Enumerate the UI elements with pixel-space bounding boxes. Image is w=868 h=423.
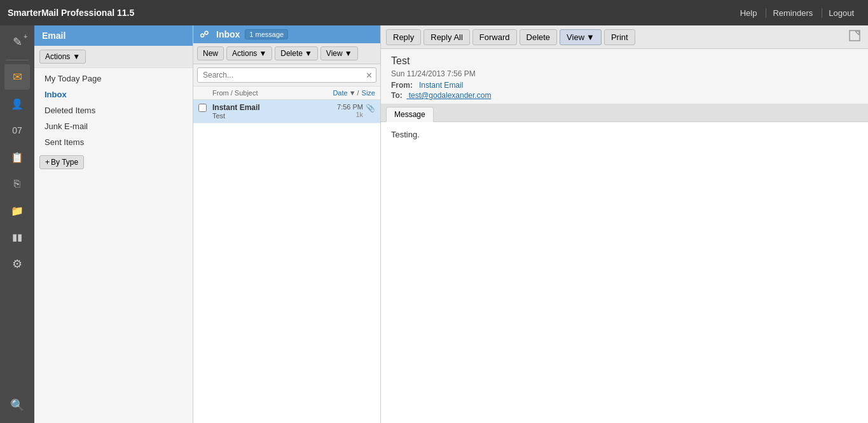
sidebar-item-mail[interactable]: ✉	[4, 64, 30, 90]
plus-icon: +	[24, 33, 27, 40]
forward-button[interactable]: Forward	[472, 29, 517, 45]
contacts-icon: 👤	[11, 98, 24, 110]
detail-print-button[interactable]: Print	[604, 29, 635, 45]
topbar-actions: Help Reminders Logout	[734, 8, 860, 18]
email-body: Testing.	[381, 122, 868, 423]
compose-button[interactable]: ✎ +	[4, 31, 30, 53]
nav-item-sent[interactable]: Sent Items	[34, 134, 193, 150]
dropdown-arrow-icon: ▼	[259, 49, 266, 58]
folders-icon: 📁	[11, 205, 24, 217]
nav-items-list: My Today Page Inbox Deleted Items Junk E…	[34, 68, 193, 153]
message-list-toolbar: New Actions ▼ Delete ▼ View ▼	[193, 43, 380, 64]
search-box: ✕	[197, 67, 376, 83]
email-date: Sun 11/24/2013 7:56 PM	[391, 69, 858, 78]
search-clear-icon[interactable]: ✕	[366, 71, 373, 80]
table-row[interactable]: Instant Email Test 7:56 PM 1k 📎	[193, 100, 380, 123]
expand-button[interactable]	[846, 29, 863, 45]
nav-item-inbox[interactable]: Inbox	[34, 87, 193, 102]
message-list-panel: ☍ Inbox 1 message New Actions ▼ Delete ▼…	[193, 25, 381, 423]
search-icon: 🔍	[10, 398, 24, 412]
reports-icon: ▮▮	[12, 232, 22, 243]
rss-icon: ⎘	[14, 178, 20, 190]
message-checkbox[interactable]	[198, 104, 207, 112]
sort-size-link[interactable]: Size	[362, 89, 375, 97]
detail-delete-button[interactable]: Delete	[520, 29, 558, 45]
email-nav-header: Email	[34, 25, 193, 46]
calendar-icon: 07	[12, 125, 22, 135]
settings-icon: ⚙	[12, 257, 22, 271]
detail-toolbar: Reply Reply All Forward Delete View ▼ Pr…	[381, 25, 868, 49]
search-input[interactable]	[197, 67, 376, 83]
message-size: 1k	[331, 111, 363, 118]
message-subject: Test	[212, 112, 331, 120]
tab-message[interactable]: Message	[386, 107, 434, 122]
mail-icon: ✉	[13, 70, 22, 84]
detail-view-button[interactable]: View ▼	[560, 29, 602, 45]
email-from-link[interactable]: Instant Email	[417, 81, 464, 90]
dropdown-arrow-icon: ▼	[305, 49, 312, 58]
email-from-line: From: Instant Email	[391, 81, 858, 90]
compose-icon: ✎	[13, 35, 22, 49]
sidebar-item-settings[interactable]: ⚙	[4, 251, 30, 277]
attachment-icon: 📎	[366, 104, 375, 113]
email-info: Test Sun 11/24/2013 7:56 PM From: Instan…	[381, 49, 868, 104]
email-subject: Test	[391, 55, 858, 67]
reminders-link[interactable]: Reminders	[766, 8, 819, 18]
message-actions-button[interactable]: Actions ▼	[226, 46, 272, 60]
message-list-columns: From / Subject Date ▼ / Size	[193, 87, 380, 100]
add-folder-section: + By Type	[34, 153, 193, 172]
message-delete-button[interactable]: Delete ▼	[275, 46, 318, 60]
plus-icon: +	[45, 158, 50, 167]
message-from: Instant Email	[212, 103, 331, 112]
email-to-line: To: test@godalexander.com	[391, 91, 858, 100]
new-message-button[interactable]: New	[197, 46, 224, 60]
search-row: ✕	[193, 64, 380, 87]
sidebar-item-search[interactable]: 🔍	[4, 392, 30, 418]
dropdown-arrow-icon: ▼	[586, 32, 595, 42]
reply-button[interactable]: Reply	[386, 29, 421, 45]
pin-icon: ☍	[200, 29, 209, 39]
reply-all-button[interactable]: Reply All	[424, 29, 470, 45]
icon-sidebar: ✎ + ✉ 👤 07 📋 ⎘ 📁 ▮▮ ⚙ 🔍	[0, 25, 34, 423]
email-nav-actions-button[interactable]: Actions ▼	[39, 50, 86, 64]
sidebar-divider	[6, 60, 29, 60]
sidebar-item-rss[interactable]: ⎘	[4, 171, 30, 197]
dropdown-arrow-icon: ▼	[345, 49, 352, 58]
logout-link[interactable]: Logout	[822, 8, 860, 18]
help-link[interactable]: Help	[734, 8, 764, 18]
app-title: SmarterMail Professional 11.5	[8, 8, 734, 18]
message-time: 7:56 PM	[331, 103, 363, 111]
sidebar-item-folders[interactable]: 📁	[4, 198, 30, 223]
sidebar-item-reports[interactable]: ▮▮	[4, 225, 30, 250]
topbar: SmarterMail Professional 11.5 Help Remin…	[0, 0, 868, 25]
notes-icon: 📋	[11, 151, 24, 163]
nav-item-junk[interactable]: Junk E-mail	[34, 118, 193, 134]
dropdown-arrow-icon: ▼	[72, 52, 80, 61]
expand-icon	[849, 30, 860, 41]
email-nav-actions-bar: Actions ▼	[34, 46, 193, 68]
message-view-button[interactable]: View ▼	[320, 46, 358, 60]
nav-item-today[interactable]: My Today Page	[34, 71, 193, 87]
message-count-badge: 1 message	[245, 29, 288, 39]
main-layout: ✎ + ✉ 👤 07 📋 ⎘ 📁 ▮▮ ⚙ 🔍	[0, 25, 868, 423]
nav-item-deleted[interactable]: Deleted Items	[34, 102, 193, 118]
email-to-link[interactable]: test@godalexander.com	[406, 91, 491, 100]
message-list-header: ☍ Inbox 1 message	[193, 25, 380, 43]
email-detail-panel: Reply Reply All Forward Delete View ▼ Pr…	[381, 25, 868, 423]
sort-arrow-icon: ▼	[349, 89, 356, 97]
add-folder-button[interactable]: + By Type	[39, 155, 84, 169]
sidebar-item-notes[interactable]: 📋	[4, 144, 30, 170]
sidebar-item-contacts[interactable]: 👤	[4, 91, 30, 116]
sidebar-item-calendar[interactable]: 07	[4, 118, 30, 143]
email-nav-panel: Email Actions ▼ My Today Page Inbox Dele…	[34, 25, 193, 423]
svg-rect-0	[850, 31, 860, 41]
sort-date-link[interactable]: Date	[333, 89, 347, 97]
email-tabs: Message	[381, 104, 868, 122]
